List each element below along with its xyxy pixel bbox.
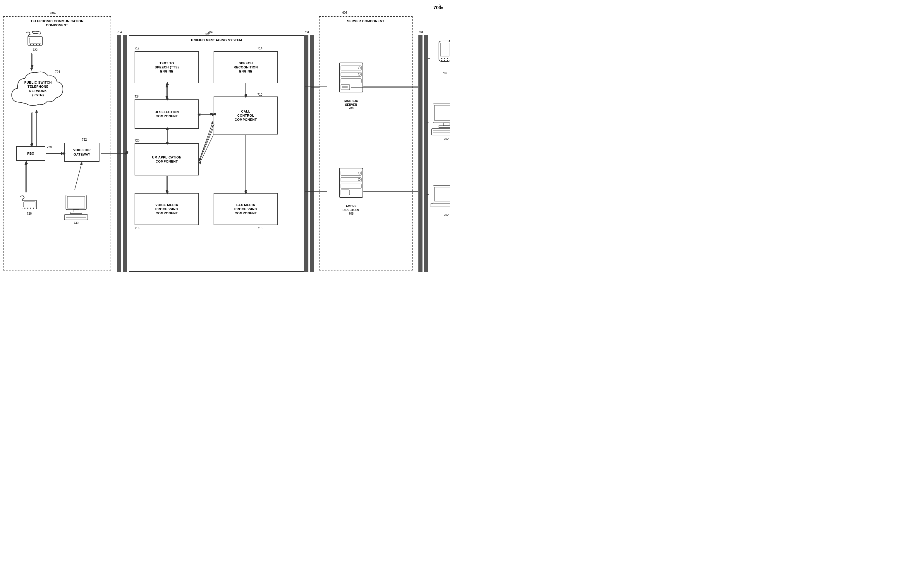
svg-point-6: [36, 44, 37, 45]
mailbox-server-icon: MAILBOXSERVER 706: [328, 59, 374, 111]
svg-rect-18: [64, 215, 88, 220]
pstn-label: PUBLIC SWITCHTELEPHONENETWORK(PSTN): [9, 80, 67, 97]
mailbox-server-label: MAILBOXSERVER: [344, 99, 358, 107]
ref-606: 606: [342, 11, 347, 14]
voice-media-label: VOICE MEDIAPROCESSINGCOMPONENT: [155, 203, 178, 215]
svg-rect-17: [70, 212, 82, 214]
call-control-box: CALLCONTROLCOMPONENT: [214, 96, 278, 135]
svg-rect-26: [341, 79, 362, 83]
diagram-container: 700 TELEPHONIC COMMUNICATIONCOMPONENT 60…: [0, 0, 450, 294]
svg-rect-35: [341, 190, 350, 195]
svg-rect-34: [341, 184, 362, 188]
um-application-label: UM APPLICATIONCOMPONENT: [152, 155, 182, 164]
bar-704-left: [117, 35, 121, 272]
svg-rect-15: [67, 197, 85, 208]
ref-728: 728: [47, 145, 52, 149]
ui-selection-label: UI SELECTIONCOMPONENT: [155, 110, 179, 118]
ref-718: 718: [258, 227, 262, 230]
ref-714: 714: [258, 47, 262, 50]
pbx-label: PBX: [27, 152, 34, 156]
voip-label: VOIP/FOIPGATEWAY: [73, 148, 91, 156]
ref-702-top: 702: [442, 72, 447, 75]
svg-point-23: [358, 67, 360, 69]
ref-726: 726: [27, 212, 32, 215]
ref-730: 730: [74, 221, 79, 224]
svg-rect-16: [73, 210, 79, 212]
svg-point-31: [358, 172, 360, 174]
ref-716: 716: [135, 227, 140, 230]
svg-point-4: [30, 44, 31, 45]
laptop-icon: 702: [427, 181, 450, 219]
ref-708: 708: [349, 212, 354, 215]
svg-point-25: [358, 73, 360, 76]
svg-rect-3: [29, 38, 41, 43]
svg-point-5: [33, 44, 34, 45]
server-title: SERVER COMPONENT: [320, 19, 412, 23]
svg-rect-9: [23, 202, 35, 207]
title-arrow: [425, 3, 443, 12]
svg-point-7: [39, 44, 40, 45]
svg-point-40: [447, 58, 448, 59]
mobile-phone-top-icon: 702: [430, 38, 450, 76]
ums-title: UNIFIED MESSAGING SYSTEM: [161, 38, 272, 42]
active-directory-icon: ACTIVEDIRECTORY 708: [328, 164, 374, 217]
ref-720: 720: [135, 139, 140, 142]
ref-712: 712: [135, 47, 140, 50]
speech-rec-label: SPEECHRECOGNITIONENGINE: [233, 61, 258, 74]
svg-rect-45: [433, 104, 450, 123]
bar-704-left2: [123, 35, 127, 272]
svg-point-43: [447, 60, 448, 61]
ref-704-top: 704: [208, 31, 213, 34]
svg-point-39: [444, 58, 445, 59]
svg-rect-52: [433, 186, 450, 203]
ref-706: 706: [349, 107, 354, 110]
ref-734: 734: [135, 95, 140, 98]
svg-marker-1: [440, 7, 443, 9]
svg-rect-29: [340, 168, 363, 197]
ref-732: 732: [82, 138, 87, 141]
call-control-label: CALLCONTROLCOMPONENT: [235, 109, 257, 122]
svg-line-44: [449, 39, 450, 41]
fax-media-box: FAX MEDIAPROCESSINGCOMPONENT: [214, 193, 278, 225]
svg-point-12: [30, 207, 31, 209]
svg-rect-14: [66, 195, 86, 210]
svg-point-38: [441, 58, 442, 59]
svg-point-33: [358, 178, 360, 181]
voice-media-box: VOICE MEDIAPROCESSINGCOMPONENT: [135, 193, 199, 225]
svg-point-10: [24, 207, 25, 209]
um-application-box: UM APPLICATIONCOMPONENT: [135, 143, 199, 175]
pstn-cloud: PUBLIC SWITCHTELEPHONENETWORK(PSTN) 724: [9, 67, 67, 111]
svg-rect-46: [434, 105, 450, 121]
bar-704-far-right2: [424, 35, 428, 272]
desk-phone-bottom-icon: 726: [15, 193, 44, 217]
pbx-box: PBX: [16, 146, 45, 161]
svg-rect-37: [440, 43, 449, 56]
desktop-computer-icon: 702: [427, 99, 450, 143]
computer-icon: 730: [59, 190, 94, 228]
ref-704-far-right: 704: [418, 31, 424, 34]
active-directory-label: ACTIVEDIRECTORY: [343, 204, 360, 212]
svg-point-41: [441, 60, 442, 61]
ref-704-left: 704: [117, 31, 122, 34]
speech-rec-box: SPEECHRECOGNITIONENGINE: [214, 51, 278, 84]
desk-phone-top-icon: 722: [20, 29, 50, 53]
tts-label: TEXT TOSPEECH (TTS)ENGINE: [155, 61, 179, 74]
bar-704-right2: [310, 35, 314, 272]
svg-point-11: [27, 207, 28, 209]
server-component-box: SERVER COMPONENT: [319, 16, 413, 271]
ref-702-mid: 702: [444, 138, 449, 141]
tts-box: TEXT TOSPEECH (TTS)ENGINE: [135, 51, 199, 84]
svg-point-13: [33, 207, 34, 209]
ref-710: 710: [258, 93, 262, 96]
svg-rect-47: [443, 123, 449, 126]
ref-702-bot: 702: [444, 214, 449, 217]
svg-point-42: [444, 60, 445, 61]
svg-rect-49: [431, 128, 450, 135]
ref-704-right: 704: [304, 31, 309, 34]
telephonic-title: TELEPHONIC COMMUNICATIONCOMPONENT: [3, 19, 110, 28]
ref-724: 724: [55, 70, 60, 73]
fax-media-label: FAX MEDIAPROCESSINGCOMPONENT: [234, 203, 257, 215]
ref-722: 722: [33, 48, 38, 51]
bar-704-right1: [304, 35, 309, 272]
svg-rect-48: [439, 126, 450, 127]
